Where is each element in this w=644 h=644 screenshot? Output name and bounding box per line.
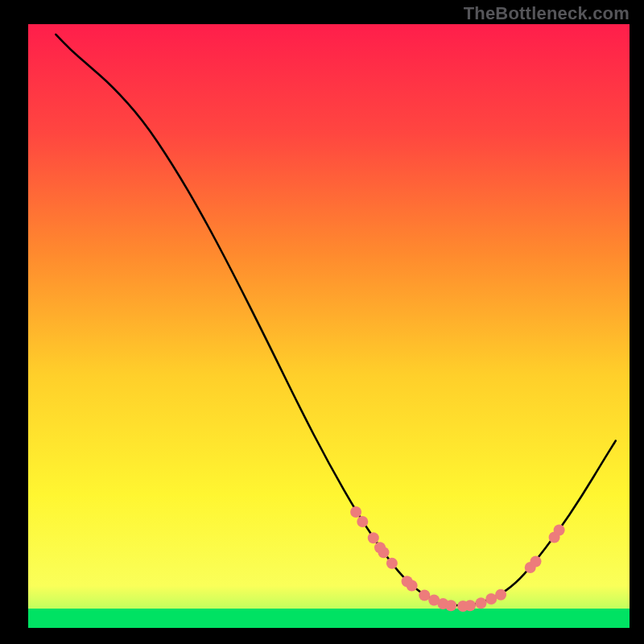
marker-dot — [386, 558, 398, 569]
marker-dot — [554, 525, 565, 536]
marker-dot — [464, 600, 476, 611]
marker-dot — [476, 597, 487, 609]
marker-dot — [419, 590, 430, 601]
plot-background — [28, 24, 630, 628]
marker-dot — [495, 589, 506, 601]
chart-container: { "watermark": "TheBottleneck.com", "cha… — [0, 0, 644, 644]
green-band — [28, 609, 630, 628]
watermark-text: TheBottleneck.com — [464, 3, 630, 24]
marker-dot — [485, 593, 497, 605]
marker-dot — [407, 580, 418, 592]
marker-dot — [530, 556, 542, 568]
marker-dot — [368, 532, 379, 543]
marker-dot — [357, 516, 368, 527]
marker-dot — [378, 547, 390, 558]
marker-dot — [445, 600, 456, 611]
chart-svg — [0, 0, 644, 644]
marker-dot — [350, 506, 361, 518]
